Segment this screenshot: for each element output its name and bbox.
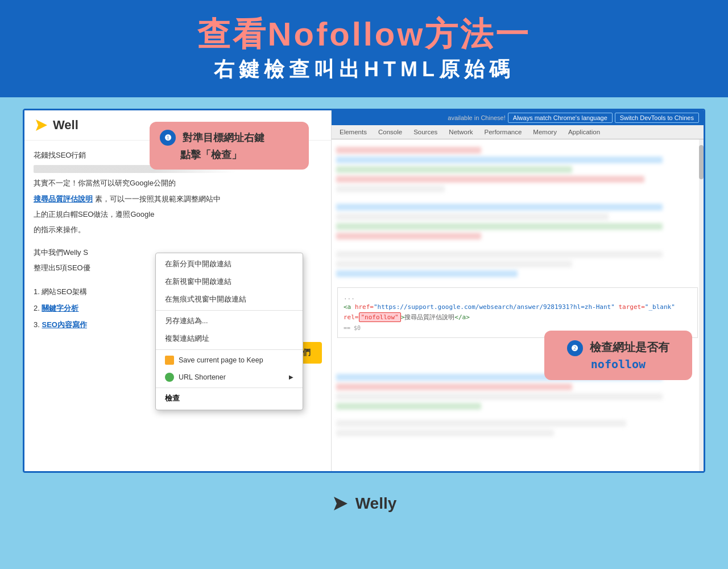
code-attr-rel: rel= [344, 314, 359, 321]
article-text4: 的指示來操作。 [34, 223, 322, 236]
context-menu-item-url-shortener[interactable]: URL Shortener [156, 369, 303, 386]
devtools-tab-memory[interactable]: Memory [527, 125, 562, 139]
context-menu-item-inspect[interactable]: 檢查 [156, 390, 303, 407]
devtools-scrollbar[interactable] [699, 139, 704, 471]
code-tag-close: </a> [454, 314, 470, 321]
logo-text: Well [53, 118, 78, 133]
devtools-tabs: Elements Console Sources Network Perform… [332, 125, 704, 139]
footer-logo-arrow-icon [332, 494, 350, 513]
tooltip-bubble-2: ❷ 檢查網址是否有 nofollow [544, 331, 692, 380]
header: 查看Nofollow方法一 右鍵檢查叫出HTML原始碼 [0, 0, 728, 97]
header-subtitle: 右鍵檢查叫出HTML原始碼 [11, 56, 717, 84]
code-attr-href-val: "https://support.google.com/websearch/an… [374, 303, 615, 311]
code-attr-target-val: "_blank" [645, 303, 675, 311]
footer: Welly [0, 484, 728, 518]
devtools-tab-network[interactable]: Network [443, 125, 478, 139]
website-logo: Well [34, 117, 78, 133]
devtools-content: ... <a href="https://support.google.com/… [332, 139, 704, 471]
devtools-tab-performance[interactable]: Performance [479, 125, 528, 139]
devtools-tab-application[interactable]: Application [562, 125, 606, 139]
tooltip1-number: ❶ [160, 130, 176, 146]
devtools-tab-elements[interactable]: Elements [334, 125, 373, 139]
code-attr-target: target= [618, 303, 644, 311]
header-title: 查看Nofollow方法一 [11, 16, 717, 52]
context-menu: 在新分頁中開啟連結 在新視窗中開啟連結 在無痕式視窗中開啟連結 另存連結為...… [155, 253, 303, 410]
right-panel-devtools: available in Chinese! Always match Chrom… [332, 110, 704, 471]
keep-icon [165, 356, 174, 365]
svg-marker-0 [36, 119, 47, 131]
context-menu-item-incognito[interactable]: 在無痕式視窗中開啟連結 [156, 291, 303, 308]
url-shortener-label: URL Shortener [179, 373, 226, 381]
logo-arrow-icon [34, 117, 49, 133]
article-text3: 上的正規白帽SEO做法，遵照Google [34, 208, 322, 221]
tooltip-bubble-1: ❶ 對準目標網址右鍵 點擊「檢查」 [150, 122, 309, 170]
tooltip2-line1: ❷ 檢查網址是否有 [556, 340, 681, 356]
nofollow-highlight: "nofollow" [359, 312, 401, 322]
tooltip1-text2: 點擊「檢查」 [160, 148, 299, 162]
context-menu-item-new-tab[interactable]: 在新分頁中開啟連結 [156, 255, 303, 273]
keep-label: Save current page to Keep [179, 356, 263, 364]
tooltip1-text1: 對準目標網址右鍵 [183, 132, 264, 143]
devtools-scrollbar-thumb[interactable] [699, 145, 704, 179]
tooltip2-text1: 檢查網址是否有 [590, 340, 669, 354]
footer-logo-text: Welly [355, 494, 397, 513]
main-content-area: Well 花錢找SEO行銷 其實不一定！你當然可以研究Google公開的 搜尋品… [23, 109, 705, 473]
tooltip2-number: ❷ [567, 340, 583, 356]
article-link: 搜尋品質評估說明 素，可以一一按照其規範來調整網站中 [34, 192, 322, 205]
url-shortener-icon [165, 373, 174, 382]
code-attr-href: href= [355, 303, 374, 311]
code-dots: ... [344, 294, 355, 301]
devtools-notification-text: available in Chinese! [448, 114, 506, 121]
context-menu-item-new-window[interactable]: 在新視窗中開啟連結 [156, 273, 303, 291]
devtools-notification-bar: available in Chinese! Always match Chrom… [332, 110, 704, 125]
devtools-tab-sources[interactable]: Sources [408, 125, 443, 139]
devtools-switch-btn[interactable]: Switch DevTools to Chines [615, 113, 699, 123]
devtools-tab-console[interactable]: Console [373, 125, 408, 139]
article-text1: 其實不一定！你當然可以研究Google公開的 [34, 176, 322, 189]
code-tag-open: <a [344, 303, 351, 311]
tooltip1-line1: ❶ 對準目標網址右鍵 [160, 130, 299, 146]
context-menu-divider-1 [156, 310, 303, 311]
context-menu-item-copy-url[interactable]: 複製連結網址 [156, 330, 303, 348]
context-menu-item-keep[interactable]: Save current page to Keep [156, 352, 303, 369]
context-menu-divider-2 [156, 349, 303, 350]
tooltip2-text2: nofollow [556, 357, 681, 371]
context-menu-divider-3 [156, 387, 303, 388]
context-menu-item-save-link[interactable]: 另存連結為... [156, 312, 303, 330]
svg-marker-1 [334, 497, 348, 510]
code-tag-close-open: > [401, 314, 405, 321]
left-panel-website: Well 花錢找SEO行銷 其實不一定！你當然可以研究Google公開的 搜尋品… [24, 110, 332, 471]
devtools-blurred-content [336, 147, 699, 277]
devtools-blurred-content-2 [336, 374, 699, 436]
devtools-language-btn[interactable]: Always match Chrome's language [508, 113, 613, 123]
